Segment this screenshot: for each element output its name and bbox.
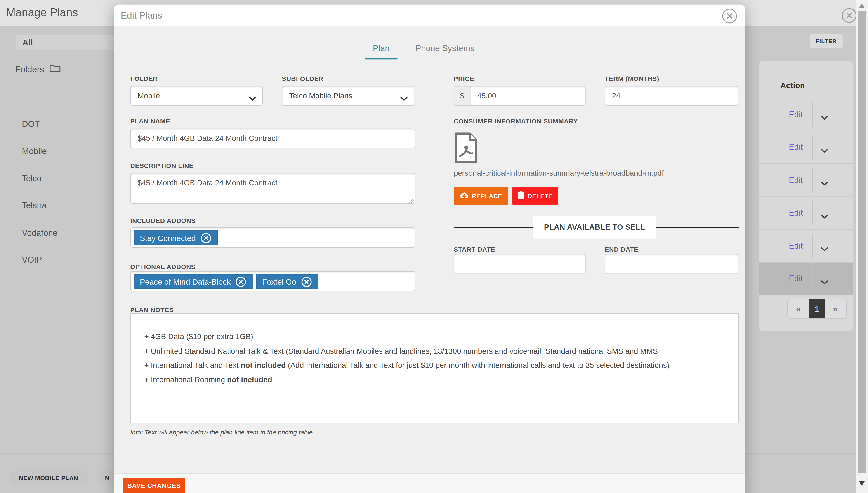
edit-link[interactable]: Edit <box>789 241 803 250</box>
modal-tabs: PlanPhone Systems <box>365 43 482 60</box>
pdf-file-icon <box>454 132 478 166</box>
subfolder-label: SUBFOLDER <box>282 75 323 82</box>
folder-label: FOLDER <box>130 75 158 82</box>
sidebar-folder-telstra[interactable]: Telstra <box>22 192 58 219</box>
plan-name-input[interactable] <box>130 129 415 148</box>
delete-button[interactable]: DELETE <box>512 187 558 205</box>
modal-title: Edit Plans <box>121 10 162 21</box>
modal-close-icon[interactable] <box>721 8 738 24</box>
subfolder-select[interactable]: Telco Mobile Plans <box>282 86 414 106</box>
tab-plan[interactable]: Plan <box>365 43 397 60</box>
price-currency-prefix: $ <box>454 86 471 106</box>
scrollbar-thumb[interactable] <box>858 11 866 473</box>
resize-grip[interactable] <box>409 197 414 203</box>
pagination-next-button[interactable]: » <box>825 299 846 318</box>
chevron-down-icon <box>248 94 256 103</box>
edit-link[interactable]: Edit <box>789 110 803 119</box>
sidebar-folder-voip[interactable]: VOIP <box>22 246 58 273</box>
table-row: Edit <box>759 164 853 196</box>
edit-link[interactable]: Edit <box>789 209 803 217</box>
plan-name-label: PLAN NAME <box>130 118 170 125</box>
chevron-down-icon[interactable] <box>821 211 828 221</box>
table-row: Edit <box>759 98 853 130</box>
screen: Manage Plans All Folders DOTMobileTelcoT… <box>0 0 868 493</box>
page-title: Manage Plans <box>6 6 78 19</box>
scroll-up-arrow-icon[interactable] <box>859 3 865 8</box>
remove-addon-icon[interactable] <box>200 232 212 243</box>
included-addons-box[interactable]: Stay Connected <box>130 228 415 248</box>
chevron-down-icon[interactable] <box>821 276 828 286</box>
plan-notes-editor[interactable]: + 4GB Data ($10 per extra 1GB)+ Unlimite… <box>130 313 739 423</box>
addon-tag: Peace of Mind Data-Block <box>134 274 253 289</box>
pdf-filename: personal-critical-information-summary-te… <box>454 169 664 177</box>
plan-notes-info: Info: Text will appear below the plan li… <box>130 429 314 436</box>
plan-notes-label: PLAN NOTES <box>130 306 174 313</box>
folders-heading-label: Folders <box>15 64 44 74</box>
description-label: DESCRIPTION LINE <box>130 162 194 169</box>
action-column-header: Action <box>780 81 805 90</box>
optional-addons-label: OPTIONAL ADDONS <box>130 263 196 270</box>
folder-list: DOTMobileTelcoTelstraVodafoneVOIP <box>22 110 58 274</box>
row-divider <box>812 234 813 258</box>
end-date-label: END DATE <box>605 246 638 253</box>
description-textarea[interactable]: $45 / Month 4GB Data 24 Month Contract <box>130 173 415 204</box>
page-close-icon[interactable] <box>841 7 858 26</box>
price-input[interactable] <box>470 86 586 106</box>
sidebar-folder-vodafone[interactable]: Vodafone <box>22 219 58 246</box>
remove-addon-icon[interactable] <box>235 276 246 287</box>
row-divider <box>812 135 813 159</box>
row-divider <box>812 168 813 192</box>
start-date-label: START DATE <box>454 246 495 253</box>
tab-phone-systems[interactable]: Phone Systems <box>408 43 482 60</box>
term-input[interactable] <box>605 86 738 106</box>
scroll-down-arrow-icon[interactable] <box>859 480 865 486</box>
new-mobile-plan-button[interactable]: NEW MOBILE PLAN <box>10 470 87 485</box>
chevron-down-icon[interactable] <box>821 145 828 155</box>
cloud-upload-icon <box>459 192 469 200</box>
edit-link[interactable]: Edit <box>789 274 803 283</box>
row-divider <box>812 102 813 127</box>
price-label: PRICE <box>454 75 474 82</box>
row-divider <box>812 266 813 291</box>
chevron-down-icon <box>400 94 408 103</box>
folder-icon <box>49 64 61 74</box>
all-tab-label: All <box>22 38 33 47</box>
row-divider <box>812 201 813 226</box>
plan-note-line: + International Talk and Text not includ… <box>144 358 725 372</box>
chevron-down-icon[interactable] <box>821 178 828 188</box>
end-date-input[interactable] <box>605 254 738 274</box>
edit-link[interactable]: Edit <box>789 176 803 185</box>
save-changes-button[interactable]: SAVE CHANGES <box>123 478 186 493</box>
edit-plans-modal: Edit Plans PlanPhone Systems FOLDER Mobi… <box>114 4 745 493</box>
table-row: Edit <box>759 229 853 262</box>
chevron-down-icon[interactable] <box>821 112 828 123</box>
sidebar-folder-dot[interactable]: DOT <box>22 110 58 137</box>
folder-select[interactable]: Mobile <box>130 86 263 106</box>
plans-table-panel: Action Edit Edit Edit Edit <box>759 61 853 331</box>
table-row: Edit <box>759 130 853 163</box>
filter-button[interactable]: FILTER <box>809 34 843 48</box>
modal-footer: SAVE CHANGES <box>114 473 745 493</box>
included-addons-label: INCLUDED ADDONS <box>130 217 196 224</box>
plan-note-line: + 4GB Data ($10 per extra 1GB) <box>144 329 725 344</box>
pagination-prev-button[interactable]: « <box>788 299 809 318</box>
chevron-down-icon[interactable] <box>821 244 828 254</box>
modal-header: Edit Plans <box>114 4 745 26</box>
sidebar-folder-mobile[interactable]: Mobile <box>22 137 58 164</box>
optional-addons-box[interactable]: Peace of Mind Data-BlockFoxtel Go <box>130 271 415 292</box>
table-row: Edit <box>759 262 853 295</box>
available-section-legend: PLAN AVAILABLE TO SELL <box>534 216 656 238</box>
edit-link[interactable]: Edit <box>789 143 803 152</box>
sidebar-item-all[interactable]: All <box>16 35 115 50</box>
replace-button[interactable]: REPLACE <box>454 187 508 205</box>
table-row: Edit <box>759 196 853 229</box>
pagination-page-1[interactable]: 1 <box>809 299 825 318</box>
addon-tag: Foxtel Go <box>256 274 318 289</box>
scrollbar[interactable] <box>856 0 868 493</box>
start-date-input[interactable] <box>454 254 586 274</box>
plan-note-line: + Unlimited Standard National Talk & Tex… <box>144 344 725 358</box>
sidebar-folder-telco[interactable]: Telco <box>22 165 58 192</box>
consumer-summary-label: CONSUMER INFORMATION SUMMARY <box>454 118 578 125</box>
folders-heading: Folders <box>15 64 60 74</box>
remove-addon-icon[interactable] <box>301 276 312 287</box>
